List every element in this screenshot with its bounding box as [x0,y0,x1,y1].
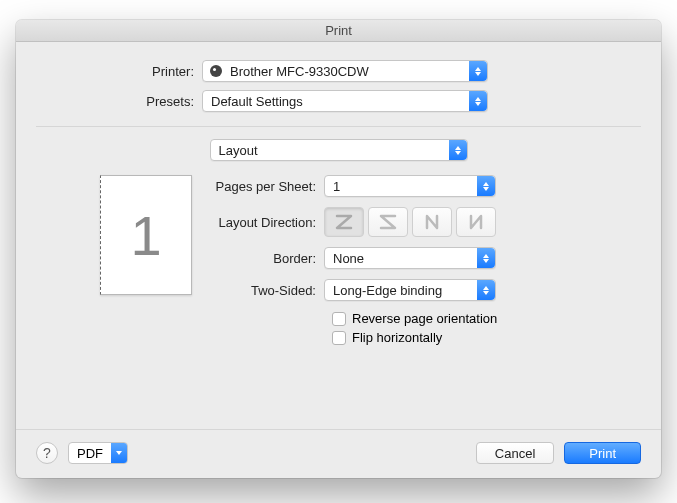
pdf-button-label: PDF [69,446,111,461]
presets-select[interactable]: Default Settings [202,90,488,112]
layout-direction-1[interactable] [324,207,364,237]
layout-direction-label: Layout Direction: [208,215,324,230]
printer-select[interactable]: Brother MFC-9330CDW [202,60,488,82]
updown-icon [449,140,467,160]
border-label: Border: [208,251,324,266]
layout-direction-2[interactable] [368,207,408,237]
flip-horizontally-checkbox[interactable] [332,331,346,345]
chevron-down-icon [111,443,127,463]
updown-icon [477,280,495,300]
layout-options: Pages per Sheet: 1 Layout Direction: [208,175,641,349]
n-mirror-icon [465,212,487,232]
layout-direction-3[interactable] [412,207,452,237]
divider [36,126,641,127]
updown-icon [477,248,495,268]
two-sided-label: Two-Sided: [208,283,324,298]
pdf-menu-button[interactable]: PDF [68,442,128,464]
page-preview: 1 [100,175,192,295]
reverse-orientation-label: Reverse page orientation [352,311,497,326]
z-icon [333,212,355,232]
updown-icon [469,91,487,111]
panel-select-value: Layout [211,143,449,158]
pages-per-sheet-value: 1 [325,179,477,194]
printer-select-value: Brother MFC-9330CDW [222,64,469,79]
presets-select-value: Default Settings [203,94,469,109]
two-sided-select[interactable]: Long-Edge binding [324,279,496,301]
cancel-button[interactable]: Cancel [476,442,554,464]
layout-direction-4[interactable] [456,207,496,237]
print-button[interactable]: Print [564,442,641,464]
panel-select[interactable]: Layout [210,139,468,161]
window-title: Print [16,20,661,42]
z-mirror-icon [377,212,399,232]
pages-per-sheet-select[interactable]: 1 [324,175,496,197]
pages-per-sheet-label: Pages per Sheet: [208,179,324,194]
border-select[interactable]: None [324,247,496,269]
help-icon: ? [43,445,51,461]
dialog-content: Printer: Brother MFC-9330CDW Presets: De… [16,42,661,429]
layout-direction-group [324,207,496,237]
flip-horizontally-label: Flip horizontally [352,330,442,345]
print-dialog: Print Printer: Brother MFC-9330CDW Prese… [16,20,661,478]
preview-page-number: 1 [130,203,161,268]
printer-label: Printer: [36,64,202,79]
updown-icon [477,176,495,196]
two-sided-select-value: Long-Edge binding [325,283,477,298]
reverse-orientation-checkbox[interactable] [332,312,346,326]
printer-status-icon [210,65,222,77]
print-button-label: Print [589,446,616,461]
dialog-footer: ? PDF Cancel Print [16,429,661,478]
cancel-button-label: Cancel [495,446,535,461]
updown-icon [469,61,487,81]
help-button[interactable]: ? [36,442,58,464]
border-select-value: None [325,251,477,266]
presets-label: Presets: [36,94,202,109]
n-icon [421,212,443,232]
